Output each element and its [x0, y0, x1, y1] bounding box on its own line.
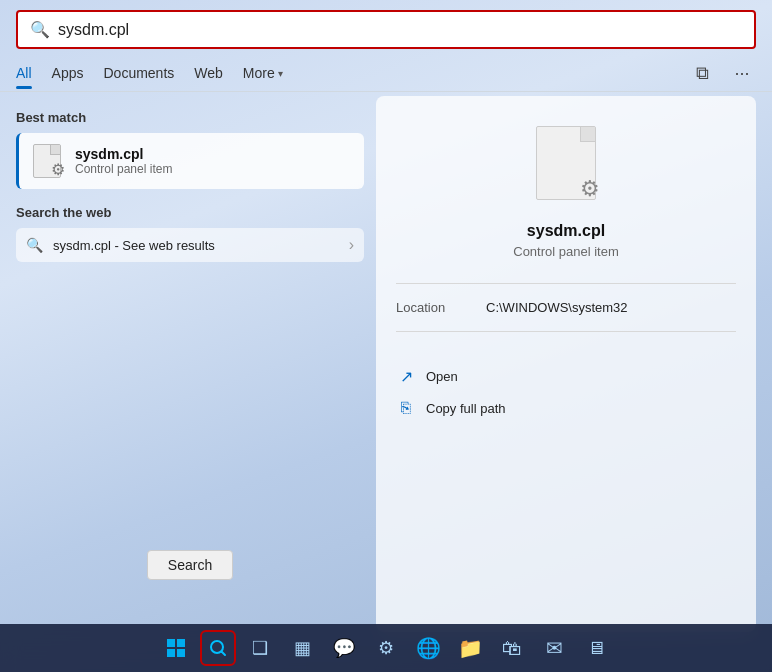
- tab-documents[interactable]: Documents: [103, 59, 174, 87]
- result-icon: ⚙: [29, 143, 65, 179]
- taskbar-taskview[interactable]: ❑: [242, 630, 278, 666]
- best-match-item[interactable]: ⚙ sysdm.cpl Control panel item: [16, 133, 364, 189]
- gear-icon-large: ⚙: [580, 176, 600, 202]
- gear-overlay-icon: ⚙: [51, 160, 65, 179]
- result-title: sysdm.cpl: [75, 146, 172, 162]
- taskbar-search[interactable]: [200, 630, 236, 666]
- taskbar-monitor[interactable]: 🖥: [578, 630, 614, 666]
- open-icon: ↗: [396, 366, 416, 386]
- search-icon-small: 🔍: [26, 237, 43, 253]
- taskbar-edge[interactable]: 🌐: [410, 630, 446, 666]
- svg-rect-2: [167, 649, 175, 657]
- info-divider: [396, 283, 736, 284]
- result-text: sysdm.cpl Control panel item: [75, 146, 172, 176]
- web-query: sysdm.cpl: [53, 238, 111, 253]
- action-list: ↗ Open ⎘ Copy full path: [396, 360, 736, 424]
- chevron-right-icon: ›: [349, 236, 354, 254]
- location-label: Location: [396, 300, 486, 315]
- chevron-down-icon: ▾: [278, 68, 283, 79]
- web-search-left: 🔍 sysdm.cpl - See web results: [26, 237, 215, 253]
- web-search-text: sysdm.cpl - See web results: [53, 238, 215, 253]
- detail-file-name: sysdm.cpl: [527, 222, 605, 240]
- result-subtitle: Control panel item: [75, 162, 172, 176]
- search-input[interactable]: [58, 21, 742, 39]
- tab-apps[interactable]: Apps: [52, 59, 84, 87]
- nav-tabs: All Apps Documents Web More ▾ ⧉ ···: [0, 59, 772, 87]
- nav-right-actions: ⧉ ···: [688, 59, 756, 87]
- web-search-section: Search the web 🔍 sysdm.cpl - See web res…: [16, 205, 364, 262]
- search-icon: 🔍: [30, 20, 50, 39]
- info-row-location: Location C:\WINDOWS\system32: [396, 296, 736, 319]
- right-pane: ⚙ sysdm.cpl Control panel item Location …: [376, 96, 756, 632]
- detail-file-type: Control panel item: [513, 244, 619, 259]
- file-icon-large: ⚙: [530, 126, 602, 206]
- svg-rect-0: [167, 639, 175, 647]
- tab-all[interactable]: All: [16, 59, 32, 87]
- taskbar-explorer[interactable]: 📁: [452, 630, 488, 666]
- action-copy-path[interactable]: ⎘ Copy full path: [396, 392, 736, 424]
- main-content: Best match ⚙ sysdm.cpl Control panel ite…: [0, 96, 772, 632]
- tab-web[interactable]: Web: [194, 59, 223, 87]
- taskbar: ❑ ▦ 💬 ⚙ 🌐 📁 🛍 ✉ 🖥: [0, 624, 772, 672]
- nav-divider: [0, 91, 772, 92]
- share-icon-button[interactable]: ⧉: [688, 59, 716, 87]
- taskbar-start[interactable]: [158, 630, 194, 666]
- location-value: C:\WINDOWS\system32: [486, 300, 628, 315]
- taskbar-chat[interactable]: 💬: [326, 630, 362, 666]
- taskbar-store[interactable]: 🛍: [494, 630, 530, 666]
- action-open[interactable]: ↗ Open: [396, 360, 736, 392]
- svg-rect-3: [177, 649, 185, 657]
- search-panel: 🔍 All Apps Documents Web More ▾ ⧉ ··· Be…: [0, 0, 772, 632]
- web-suffix-text: - See web results: [114, 238, 214, 253]
- left-pane: Best match ⚙ sysdm.cpl Control panel ite…: [16, 96, 364, 632]
- best-match-label: Best match: [16, 110, 364, 125]
- svg-line-5: [222, 652, 226, 656]
- taskbar-mail[interactable]: ✉: [536, 630, 572, 666]
- taskbar-widgets[interactable]: ▦: [284, 630, 320, 666]
- web-search-item[interactable]: 🔍 sysdm.cpl - See web results ›: [16, 228, 364, 262]
- action-open-label: Open: [426, 369, 458, 384]
- search-btn-row: Search: [16, 542, 364, 584]
- search-box[interactable]: 🔍: [16, 10, 756, 49]
- web-search-label: Search the web: [16, 205, 364, 220]
- taskbar-app5[interactable]: ⚙: [368, 630, 404, 666]
- copy-icon: ⎘: [396, 398, 416, 418]
- search-button[interactable]: Search: [147, 550, 233, 580]
- action-copy-label: Copy full path: [426, 401, 506, 416]
- tab-more[interactable]: More ▾: [243, 59, 283, 87]
- more-options-button[interactable]: ···: [728, 59, 756, 87]
- svg-rect-1: [177, 639, 185, 647]
- info-divider-2: [396, 331, 736, 332]
